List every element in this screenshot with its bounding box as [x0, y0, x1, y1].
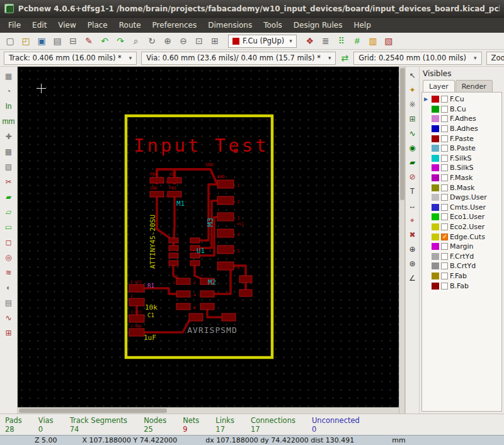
vias-sketch-icon[interactable]: ◎ [1, 250, 16, 264]
redo-icon[interactable]: ↷ [113, 34, 128, 48]
window-titlebar[interactable]: Pcbnew 4.0.6+dfsg1-1 /home/brain/project… [0, 0, 504, 18]
undo-icon[interactable]: ↶ [97, 34, 112, 48]
menu-item[interactable]: Design Rules [288, 18, 348, 32]
menu-item[interactable]: Help [348, 18, 376, 32]
layer-color-swatch[interactable] [432, 283, 439, 290]
cursor-shape-icon[interactable]: ✚ [1, 129, 16, 144]
add-via-icon[interactable]: ◉ [406, 141, 419, 154]
zoom-fit-icon[interactable]: ⊡ [192, 34, 207, 48]
layer-row[interactable]: ▶ F.Cu [423, 94, 500, 104]
layer-row[interactable]: ▶ Eco2.User [423, 222, 500, 232]
layer-color-swatch[interactable] [432, 145, 439, 152]
layer-visibility-checkbox[interactable] [441, 155, 448, 162]
layer-color-swatch[interactable] [432, 106, 439, 113]
layer-visibility-checkbox[interactable] [441, 204, 448, 211]
find-icon[interactable]: ⌕ [129, 34, 144, 48]
add-zone-icon[interactable]: ▰ [406, 155, 419, 169]
save-board-icon[interactable]: ▣ [34, 34, 49, 48]
menu-item[interactable]: Route [113, 18, 147, 32]
zoom-in-icon[interactable]: ⊕ [160, 34, 175, 48]
layer-color-swatch[interactable] [432, 262, 439, 269]
layer-row[interactable]: ▶ Cmts.User [423, 203, 500, 213]
layer-color-swatch[interactable] [432, 164, 439, 171]
footprint-mode-icon[interactable]: ▥ [365, 34, 381, 48]
print-icon[interactable]: ⊟ [66, 34, 81, 48]
module-ratsnest-icon[interactable]: ▨ [1, 159, 16, 174]
layer-color-swatch[interactable] [432, 125, 439, 132]
layer-select-combo[interactable]: F.Cu (PgUp) ▾ [228, 35, 297, 48]
layer-row[interactable]: ▶ Eco1.User [423, 212, 500, 222]
add-target-icon[interactable]: ⌖ [406, 213, 419, 227]
zones-sketch-icon[interactable]: ▱ [1, 205, 16, 219]
menu-item[interactable]: File [3, 18, 26, 32]
tab-layer[interactable]: Layer [423, 80, 455, 92]
layer-row[interactable]: ▶ B.SilkS [423, 163, 500, 173]
layer-color-swatch[interactable] [432, 243, 439, 250]
page-settings-icon[interactable]: ▤ [50, 34, 65, 48]
delete-tool-icon[interactable]: ✖ [406, 228, 419, 241]
menu-item[interactable]: Dimensions [202, 18, 258, 32]
zones-filled-icon[interactable]: ▰ [1, 189, 16, 204]
layer-visibility-checkbox[interactable] [441, 135, 448, 142]
grid-toggle-icon[interactable]: ▦ [1, 69, 16, 83]
layer-row[interactable]: ▶ B.CrtYd [423, 261, 500, 271]
horizontal-scrollbar[interactable] [18, 407, 399, 414]
horizontal-scrollbar-thumb[interactable] [19, 408, 167, 413]
layer-visibility-checkbox[interactable] [441, 223, 448, 230]
track-width-combo[interactable]: Track: 0.406 mm (16.00 mils) * ▾ [4, 52, 137, 65]
vertical-scrollbar-thumb[interactable] [400, 68, 404, 200]
layer-row[interactable]: ▶ F.Mask [423, 173, 500, 183]
menu-item[interactable]: Place [82, 18, 113, 32]
auto-track-width-icon[interactable]: ⇄ [340, 51, 349, 65]
high-contrast-icon[interactable]: ◐ [1, 280, 16, 295]
pads-sketch-icon[interactable]: ◻ [1, 235, 16, 249]
track-mode-icon[interactable]: ▧ [381, 34, 396, 48]
menu-item[interactable]: Preferences [147, 18, 203, 32]
plot-icon[interactable]: ✎ [81, 34, 96, 48]
units-inch-icon[interactable]: In [1, 99, 16, 113]
tab-render[interactable]: Render [455, 80, 493, 92]
local-ratsnest-icon[interactable]: ※ [406, 98, 419, 111]
layer-row[interactable]: ▶ B.Cu [423, 104, 500, 115]
layer-visibility-checkbox[interactable] [441, 283, 448, 290]
layer-row[interactable]: ▶ F.SilkS [423, 154, 500, 164]
layer-color-swatch[interactable] [432, 204, 439, 211]
layer-row[interactable]: ▶ B.Fab [423, 281, 500, 291]
zoom-combo[interactable]: Zoom 5.00 ▾ [486, 52, 504, 65]
menu-item[interactable]: Edit [26, 18, 52, 32]
add-keepout-icon[interactable]: ⊘ [406, 170, 419, 183]
polar-coords-icon[interactable]: ◔ [1, 84, 16, 98]
menu-item[interactable]: Tools [258, 18, 288, 32]
layer-visibility-checkbox[interactable] [441, 194, 448, 201]
layer-color-swatch[interactable] [432, 213, 439, 220]
grid-axes-icon[interactable]: # [350, 34, 365, 48]
layer-row[interactable]: ▶ B.Paste [423, 144, 500, 154]
layer-row[interactable]: ▶ Edge.Cuts [423, 232, 500, 242]
grid-dots-icon[interactable]: ⠿ [334, 34, 349, 48]
layer-visibility-checkbox[interactable] [441, 164, 448, 171]
layer-row[interactable]: ▶ B.Mask [423, 183, 500, 193]
via-size-combo[interactable]: Via: 0.60 mm (23.6 mils)/ 0.40 mm (15.7 … [141, 52, 336, 65]
grid-size-combo[interactable]: Grid: 0.2540 mm (10.00 mils) ▾ [353, 52, 481, 65]
layer-visibility-checkbox[interactable] [441, 106, 448, 113]
add-dimension-icon[interactable]: ↔ [406, 199, 419, 212]
layer-color-swatch[interactable] [432, 253, 439, 260]
layer-color-swatch[interactable] [432, 194, 439, 201]
layer-row[interactable]: ▶ F.Paste [423, 133, 500, 144]
pcb-canvas[interactable]: Input TestGNDPB4GNDVCCPB312M1GND123VCC45… [18, 67, 399, 407]
drc-check-icon[interactable]: ❖ [302, 34, 318, 48]
board-ratsnest-icon[interactable]: ▩ [1, 144, 16, 159]
redraw-icon[interactable]: ↻ [144, 34, 159, 48]
layer-visibility-checkbox[interactable] [441, 213, 448, 220]
tracks-sketch-icon[interactable]: ≋ [1, 265, 16, 279]
layer-visibility-checkbox[interactable] [441, 262, 448, 269]
vertical-scrollbar[interactable] [399, 67, 405, 414]
zoom-selection-icon[interactable]: ⊞ [207, 34, 222, 48]
layer-row[interactable]: ▶ F.Adhes [423, 114, 500, 124]
zones-hide-icon[interactable]: ▭ [1, 220, 16, 234]
add-footprint-icon[interactable]: ⊞ [406, 112, 419, 125]
layer-color-swatch[interactable] [432, 273, 439, 279]
layer-color-swatch[interactable] [432, 174, 439, 181]
layer-visibility-checkbox[interactable] [441, 96, 448, 103]
layer-row[interactable]: ▶ F.Fab [423, 271, 500, 281]
